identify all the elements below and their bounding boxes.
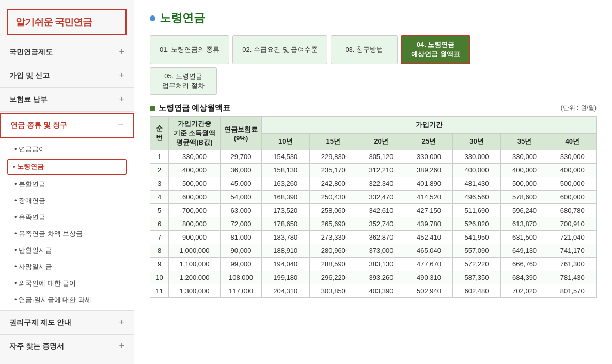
- tab-2[interactable]: 02. 수급요건 및 급여수준: [232, 35, 327, 64]
- minus-icon: −: [118, 120, 123, 131]
- table-row: 101,200,000108,000199,180296,220393,2604…: [150, 271, 597, 284]
- table-cell: 11: [150, 284, 169, 298]
- tab-5[interactable]: 05. 노령연금 업무처리 절차: [150, 67, 217, 95]
- table-cell: 303,850: [309, 284, 357, 298]
- table-cell: 250,430: [309, 191, 357, 204]
- table-cell: 578,600: [500, 191, 548, 204]
- sidebar-item-rights-relief[interactable]: 권리구제 제도 안내 +: [0, 311, 134, 335]
- plus-icon: +: [119, 46, 124, 57]
- table-cell: 7: [150, 231, 169, 244]
- table-cell: 631,500: [500, 231, 548, 244]
- table-cell: 389,260: [405, 164, 453, 177]
- table-cell: 1,000,000: [169, 244, 221, 258]
- th-income: 가입기간중기준 소득월액평균액(B값): [169, 117, 221, 150]
- table-cell: 596,240: [500, 204, 548, 217]
- table-cell: 400,000: [500, 164, 548, 177]
- table-cell: 557,090: [453, 244, 501, 258]
- table-cell: 1,100,000: [169, 258, 221, 271]
- sidebar-sub-item-survivor-compensation[interactable]: • 유족연금 차액 보상금: [0, 226, 134, 242]
- table-cell: 511,690: [453, 204, 501, 217]
- table-cell: 2: [150, 164, 169, 177]
- sidebar-sub-item-old-age-pension[interactable]: • 노령연금: [7, 159, 127, 175]
- table-cell: 781,430: [548, 271, 597, 284]
- th-30y: 30년: [453, 133, 501, 150]
- sidebar-sub-item-return-lump[interactable]: • 반환일시금: [0, 242, 134, 259]
- table-cell: 1: [150, 150, 169, 164]
- main-content: 노령연금 01. 노령연금의 종류 02. 수급요건 및 급여수준 03. 청구…: [134, 0, 612, 364]
- table-cell: 741,170: [548, 244, 597, 258]
- table-cell: 373,000: [357, 244, 405, 258]
- table-cell: 572,220: [453, 258, 501, 271]
- sidebar-item-label: 권리구제 제도 안내: [9, 318, 71, 327]
- tab-1[interactable]: 01. 노령연금의 종류: [150, 35, 229, 64]
- table-cell: 5: [150, 204, 169, 217]
- table-cell: 481,430: [453, 177, 501, 191]
- sidebar-sub-item-disability-pension[interactable]: • 장애연금: [0, 193, 134, 209]
- table-cell: 280,960: [309, 244, 357, 258]
- table-cell: 330,000: [169, 150, 221, 164]
- table-cell: 465,040: [405, 244, 453, 258]
- table-cell: 400,000: [453, 164, 501, 177]
- table-cell: 163,260: [262, 177, 310, 191]
- table-cell: 477,670: [405, 258, 453, 271]
- table-cell: 183,780: [262, 231, 310, 244]
- th-membership-period: 가입기간: [262, 117, 597, 134]
- section-title: 노령연금 예상월액표: [159, 103, 230, 113]
- table-cell: 90,000: [221, 244, 262, 258]
- table-cell: 199,180: [262, 271, 310, 284]
- table-cell: 178,650: [262, 217, 310, 231]
- table-row: 7900,00081,000183,780273,330362,870452,4…: [150, 231, 597, 244]
- tab-row: 01. 노령연금의 종류 02. 수급요건 및 급여수준 03. 청구방법 04…: [150, 35, 597, 64]
- table-cell: 45,000: [221, 177, 262, 191]
- pension-table: 순번 가입기간중기준 소득월액평균액(B값) 연금보험료(9%) 가입기간 10…: [150, 116, 597, 298]
- table-cell: 801,570: [548, 284, 597, 298]
- sidebar-sub-item-survivor-pension[interactable]: • 유족연금: [0, 209, 134, 226]
- table-cell: 600,000: [169, 191, 221, 204]
- table-cell: 700,000: [169, 204, 221, 217]
- table-cell: 63,000: [221, 204, 262, 217]
- table-row: 5700,00063,000173,520258,060342,610427,1…: [150, 204, 597, 217]
- tab-4[interactable]: 04. 노령연금 예상연금 월액표: [401, 35, 470, 64]
- table-cell: 8: [150, 244, 169, 258]
- sidebar-sub-item-death-lump[interactable]: • 사망일시금: [0, 259, 134, 275]
- table-cell: 36,000: [221, 164, 262, 177]
- sidebar-item-label: 연금 종류 및 청구: [10, 121, 67, 130]
- table-cell: 761,300: [548, 258, 597, 271]
- sidebar-sub-item-pension-benefits[interactable]: • 연금급여: [0, 141, 134, 157]
- table-cell: 342,610: [357, 204, 405, 217]
- table-body: 1330,00029,700154,530229,830305,120330,0…: [150, 150, 597, 298]
- table-cell: 330,000: [453, 150, 501, 164]
- sidebar-item-insurance-payment[interactable]: 보험료 납부 +: [0, 88, 134, 112]
- sidebar-sub-item-foreigner-benefits[interactable]: • 외국인에 대한 급여: [0, 275, 134, 292]
- table-row: 4600,00054,000168,390250,430332,470414,5…: [150, 191, 597, 204]
- table-cell: 680,780: [548, 204, 597, 217]
- sidebar-sub-item-tax-on-benefits[interactable]: • 연금·일시금에 대한 과세: [0, 292, 134, 308]
- table-cell: 1,300,000: [169, 284, 221, 298]
- table-cell: 500,000: [548, 177, 597, 191]
- table-cell: 400,000: [548, 164, 597, 177]
- tab-3[interactable]: 03. 청구방법: [331, 35, 398, 64]
- table-cell: 242,800: [309, 177, 357, 191]
- table-row: 91,100,00099,000194,040288,590383,130477…: [150, 258, 597, 271]
- sidebar-item-label: 자주 찾는 증명서: [9, 342, 64, 351]
- table-cell: 99,000: [221, 258, 262, 271]
- page-title-row: 노령연금: [150, 10, 597, 26]
- sidebar-item-frequent-docs[interactable]: 자주 찾는 증명서 +: [0, 335, 134, 358]
- sidebar-sub-item-split-pension[interactable]: • 분할연금: [0, 176, 134, 193]
- table-row: 2400,00036,000158,130235,170312,210389,2…: [150, 164, 597, 177]
- table-cell: 4: [150, 191, 169, 204]
- table-cell: 362,870: [357, 231, 405, 244]
- table-cell: 154,530: [262, 150, 310, 164]
- sidebar-item-join-report[interactable]: 가입 및 신고 +: [0, 64, 134, 88]
- table-cell: 312,210: [357, 164, 405, 177]
- sidebar-item-dictionary[interactable]: 국민연금 용어사전: [0, 358, 134, 364]
- sidebar-item-national-pension-system[interactable]: 국민연금제도 +: [0, 40, 134, 64]
- table-cell: 400,000: [169, 164, 221, 177]
- table-cell: 800,000: [169, 217, 221, 231]
- table-cell: 273,330: [309, 231, 357, 244]
- table-cell: 383,130: [357, 258, 405, 271]
- table-cell: 54,000: [221, 191, 262, 204]
- sidebar-item-pension-types[interactable]: 연금 종류 및 청구 −: [0, 113, 134, 138]
- table-cell: 721,040: [548, 231, 597, 244]
- sidebar-item-label: 보험료 납부: [9, 95, 48, 104]
